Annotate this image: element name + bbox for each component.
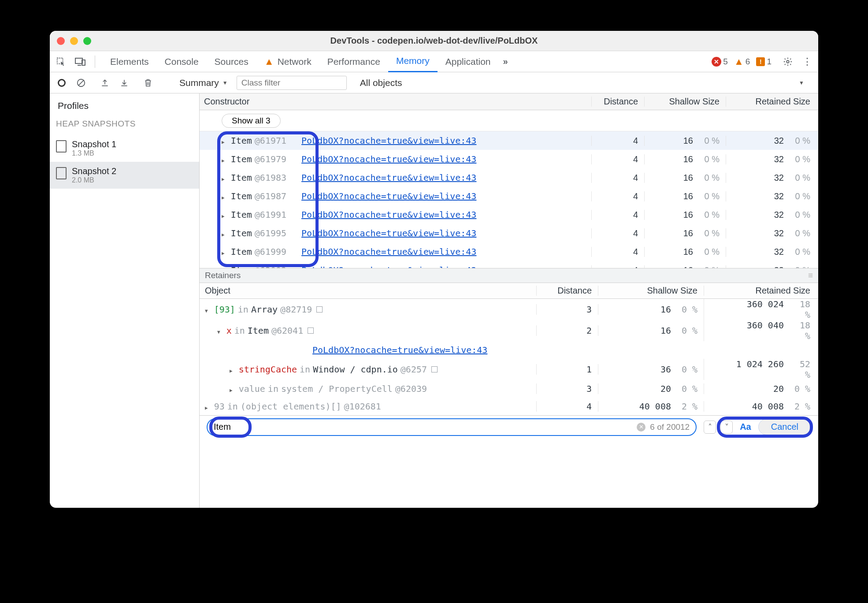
tab-elements[interactable]: Elements [102,51,157,72]
snapshot-icon [56,167,67,179]
expand-icon[interactable] [222,265,228,268]
source-link[interactable]: PoLdbOX?nocache=true&view=live:43 [301,135,476,146]
tabs-host: ElementsConsoleSources▲NetworkPerformanc… [102,51,498,72]
device-toolbar-icon[interactable] [73,54,88,69]
tab-network[interactable]: ▲Network [256,51,319,72]
errors-count[interactable]: ✕5 [712,57,728,67]
expand-icon[interactable] [222,228,228,238]
expand-icon[interactable] [222,172,228,183]
chevron-down-icon: ▼ [223,80,228,86]
rcol-retained[interactable]: Retained Size [704,286,818,296]
snapshot-name: Snapshot 1 [72,139,116,149]
col-distance[interactable]: Distance [591,97,644,107]
expand-icon[interactable] [230,364,236,375]
chevron-down-icon: ▼ [799,80,804,86]
rcol-object[interactable]: Object [200,286,536,296]
heap-row[interactable]: Item @61987 PoLdbOX?nocache=true&view=li… [200,187,818,205]
heap-row[interactable]: Item @61971 PoLdbOX?nocache=true&view=li… [200,131,818,150]
heap-row[interactable]: Item @61999 PoLdbOX?nocache=true&view=li… [200,242,818,261]
source-link[interactable]: PoLdbOX?nocache=true&view=live:43 [301,265,476,268]
heap-row[interactable]: Item @61983 PoLdbOX?nocache=true&view=li… [200,168,818,187]
heap-row[interactable]: Item @61991 PoLdbOX?nocache=true&view=li… [200,205,818,224]
source-link[interactable]: PoLdbOX?nocache=true&view=live:43 [301,246,476,257]
expand-icon[interactable] [222,209,228,220]
scope-dropdown[interactable]: All objects [356,78,407,88]
tab-sources[interactable]: Sources [207,51,256,72]
kebab-menu-icon[interactable]: ⋮ [800,54,815,69]
heap-row[interactable]: Item @61995 PoLdbOX?nocache=true&view=li… [200,224,818,242]
class-filter-input[interactable] [237,76,347,90]
rcol-distance[interactable]: Distance [536,286,598,296]
main-pane: Constructor Distance Shallow Size Retain… [200,93,818,508]
source-link[interactable]: PoLdbOX?nocache=true&view=live:43 [301,172,476,183]
expand-icon[interactable] [222,246,228,257]
inspect-element-icon[interactable] [53,54,68,69]
source-link[interactable]: PoLdbOX?nocache=true&view=live:43 [301,191,476,201]
retainer-row[interactable]: [93] in Array @82719 3 160 % 360 02418 % [200,299,818,320]
expand-icon[interactable] [217,325,224,336]
source-link[interactable]: PoLdbOX?nocache=true&view=live:43 [301,228,476,238]
clear-search-icon[interactable]: ✕ [637,423,645,432]
search-field-wrap: ✕ 6 of 20012 [207,418,697,436]
retainer-row[interactable]: x in Item @62041 2 160 % 360 04018 % [200,320,818,341]
col-shallow-size[interactable]: Shallow Size [644,97,726,107]
issues-count[interactable]: !1 [756,57,772,67]
drag-handle-icon[interactable]: ≡ [808,271,813,280]
memory-toolbar: Summary▼ All objects ▼ [50,72,818,93]
col-retained-size[interactable]: Retained Size [726,97,818,107]
retainers-table: Object Distance Shallow Size Retained Si… [200,283,818,415]
heap-row[interactable]: Item @61979 PoLdbOX?nocache=true&view=li… [200,150,818,168]
search-input[interactable] [214,422,632,432]
expand-icon[interactable] [205,401,211,412]
svg-rect-1 [75,58,82,63]
retainer-row[interactable]: PoLdbOX?nocache=true&view=live:43 [200,341,818,359]
import-icon[interactable] [117,75,132,90]
summary-dropdown[interactable]: Summary▼ [175,78,232,88]
search-bar: ✕ 6 of 20012 ˄ ˅ Aa Cancel [200,415,818,438]
retainer-row[interactable]: 93 in (object elements)[] @102681 4 40 0… [200,398,818,415]
col-constructor[interactable]: Constructor [200,97,591,107]
warning-icon: ▲ [264,57,274,67]
tab-application[interactable]: Application [438,51,499,72]
search-prev-button[interactable]: ˄ [704,421,716,434]
retainer-row[interactable]: value in system / PropertyCell @62039 3 … [200,380,818,398]
heap-table-header: Constructor Distance Shallow Size Retain… [200,93,818,110]
snapshot-icon [56,140,67,153]
search-next-button[interactable]: ˅ [720,421,733,434]
retainer-row[interactable]: stringCache in Window / cdpn.io @6257 1 … [200,359,818,380]
cancel-button[interactable]: Cancel [758,419,811,435]
match-case-button[interactable]: Aa [740,422,751,432]
source-link[interactable]: PoLdbOX?nocache=true&view=live:43 [312,345,487,355]
sidebar-category: HEAP SNAPSHOTS [50,117,199,135]
heap-scroll[interactable]: Item @61971 PoLdbOX?nocache=true&view=li… [200,131,818,268]
tab-performance[interactable]: Performance [319,51,388,72]
more-tabs-icon[interactable]: » [503,56,508,67]
heap-row[interactable]: Item @62003 PoLdbOX?nocache=true&view=li… [200,261,818,268]
object-link-icon[interactable] [316,306,323,313]
tab-memory[interactable]: Memory [388,51,438,72]
snapshot-item[interactable]: Snapshot 2 2.0 MB [50,162,199,189]
settings-gear-icon[interactable] [780,54,795,69]
source-link[interactable]: PoLdbOX?nocache=true&view=live:43 [301,209,476,220]
expand-icon[interactable] [222,191,228,201]
snapshot-item[interactable]: Snapshot 1 1.3 MB [50,135,199,162]
trash-icon[interactable] [141,75,156,90]
profiles-title: Profiles [50,98,199,117]
export-icon[interactable] [97,75,112,90]
rcol-shallow[interactable]: Shallow Size [598,286,704,296]
object-link-icon[interactable] [431,366,438,372]
object-link-icon[interactable] [308,328,314,334]
clear-icon[interactable] [74,75,89,90]
expand-icon[interactable] [230,383,236,394]
search-count: 6 of 20012 [650,422,690,432]
record-icon[interactable] [54,75,69,90]
expand-icon[interactable] [222,154,228,164]
tab-console[interactable]: Console [157,51,207,72]
panel-tabbar: ElementsConsoleSources▲NetworkPerformanc… [50,51,818,72]
show-all-button[interactable]: Show all 3 [222,114,281,128]
source-link[interactable]: PoLdbOX?nocache=true&view=live:43 [301,154,476,164]
view-dropdown[interactable]: ▼ [794,80,809,86]
expand-icon[interactable] [222,135,228,146]
warnings-count[interactable]: ▲6 [734,57,750,67]
expand-icon[interactable] [205,304,211,315]
